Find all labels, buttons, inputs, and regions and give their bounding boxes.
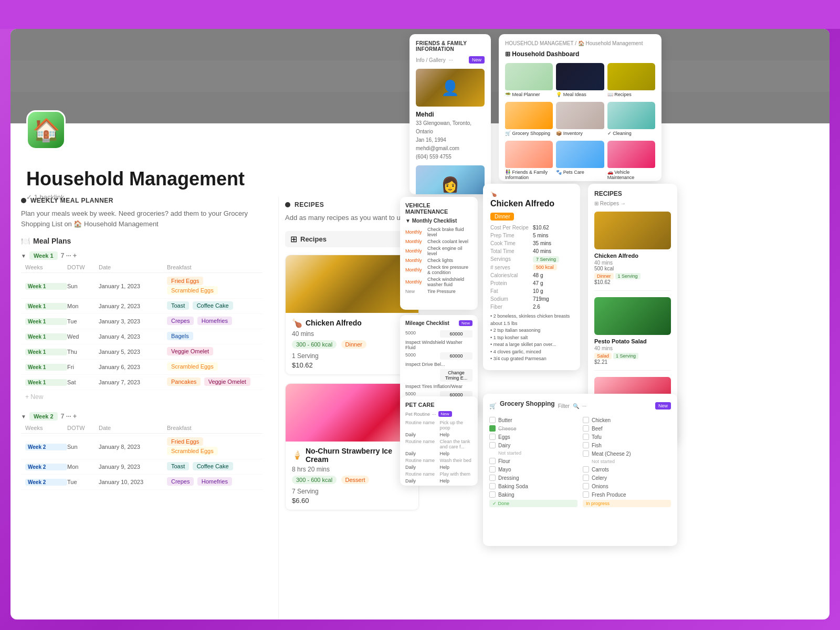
- meals-cell: Bagels: [167, 332, 258, 341]
- grocery-header: 🛒 Grocery Shopping Filter 🔍 ··· New: [489, 400, 671, 412]
- alfredo-detail-title: Chicken Alfredo: [490, 199, 573, 208]
- new-button[interactable]: New: [469, 56, 485, 64]
- hh-cell-friends[interactable]: 👫 Friends & Family Information: [505, 141, 553, 181]
- list-item: Tofu: [583, 434, 671, 440]
- mileage-action: Inspect Tires Inflation/Wear: [405, 384, 472, 389]
- checkbox[interactable]: [489, 417, 496, 423]
- petcare-routine-nav[interactable]: Pet Routine: [405, 412, 430, 417]
- hh-cell-cleaning[interactable]: ✓ Cleaning: [607, 102, 655, 138]
- checkbox[interactable]: [583, 425, 589, 432]
- alfredo-meta-val: 48 g: [533, 272, 543, 278]
- date-cell: January 3, 2023: [99, 318, 167, 324]
- mc-val: 60000: [440, 330, 472, 338]
- meals-cell: Fried Eggs Scrambled Eggs: [167, 277, 258, 296]
- checkbox[interactable]: [489, 425, 496, 432]
- checkbox[interactable]: [489, 475, 496, 481]
- list-item[interactable]: Chicken Alfredo 40 mins 500 kcal Dinner …: [594, 212, 671, 291]
- hh-cell-inventory[interactable]: 📦 Inventory: [556, 102, 604, 138]
- checkbox[interactable]: [489, 442, 496, 448]
- week1-count: 7 ··· +: [61, 252, 77, 259]
- vc-row: Monthly Check windshield washer fluid: [405, 277, 472, 287]
- checkbox[interactable]: [583, 450, 589, 457]
- week1-badge: Week 1: [29, 251, 58, 260]
- checkbox[interactable]: [489, 491, 496, 498]
- week1-label-row: ▼ Week 1 7 ··· +: [21, 251, 262, 260]
- grocery-filter[interactable]: Filter: [558, 403, 570, 409]
- alfredo-kcal-row: # serves 500 kcal: [490, 264, 573, 270]
- vc-task: Check coolant level: [427, 239, 468, 244]
- hh-cell-label: 🛒 Grocery Shopping: [505, 129, 553, 138]
- petcare-nav: Pet Routine ··· New: [405, 411, 472, 417]
- alfredo-meta-val: 2.6: [533, 304, 540, 310]
- vc-period: Monthly: [405, 248, 425, 254]
- vc-row: New Tire Pressure: [405, 289, 472, 294]
- checkbox[interactable]: [489, 483, 496, 489]
- main-area: 🏠 Household Management ✓ 1 backlink WEEK…: [10, 29, 830, 620]
- grocery-new-button[interactable]: New: [655, 402, 671, 410]
- checkbox[interactable]: [583, 491, 589, 498]
- meals-cell: Crepes Homefries: [167, 317, 258, 326]
- week1-triangle: ▼: [21, 253, 26, 259]
- date-cell: January 4, 2023: [99, 333, 167, 340]
- rp-recipe-name: Pesto Potato Salad: [594, 338, 671, 344]
- mileage-action: Inspect Windshield Washer Fluid: [405, 340, 472, 350]
- petcare-grid: Routine name Pick up the poop Daily Help…: [405, 420, 472, 484]
- checkbox[interactable]: [489, 466, 496, 472]
- table-row: Week 1 Tue January 3, 2023 Crepes Homefr…: [21, 314, 262, 329]
- mc-val: 60000: [440, 352, 472, 360]
- vc-period: New: [405, 289, 425, 294]
- alfredo-meta-label: Sodium: [490, 296, 530, 302]
- hh-cell-grocery[interactable]: 🛒 Grocery Shopping: [505, 102, 553, 138]
- checkbox[interactable]: [583, 466, 589, 472]
- list-item: Eggs: [489, 434, 578, 440]
- petcare-title: PET CARE: [405, 402, 472, 408]
- hh-cell-vehicle[interactable]: 🚗 Vehicle Maintenance: [607, 141, 655, 181]
- hh-cell-pets[interactable]: 🐾 Pets Care: [556, 141, 604, 181]
- alfredo-meta-label: Fiber: [490, 304, 530, 310]
- meal-planner-desc: Plan your meals week by week. Need groce…: [21, 208, 262, 229]
- friends-card-title: FRIENDS & FAMILY INFORMATION: [416, 40, 485, 52]
- info-gallery-nav[interactable]: Info / Gallery: [416, 57, 446, 63]
- mileage-action: Inspect Drive Bel...: [405, 362, 472, 367]
- list-item[interactable]: 🍗 Chicken Alfredo 40 mins 300 - 600 kcal…: [285, 255, 419, 375]
- hh-cell-meal-planner[interactable]: 🥗 Meal Planner: [505, 63, 553, 99]
- alfredo-fiber-row: Fiber 2.6: [490, 304, 573, 310]
- household-dashboard-card: HOUSEHOLD MANAGEMET / 🏠 Household Manage…: [499, 34, 662, 181]
- list-item[interactable]: Pesto Potato Salad 40 mins Salad 1 Servi…: [594, 297, 671, 371]
- recipe-servings: 7 Serving: [292, 488, 412, 495]
- checkbox[interactable]: [583, 475, 589, 481]
- checkbox[interactable]: [583, 483, 589, 489]
- pc-header: Wash their bed: [440, 458, 473, 463]
- checkbox[interactable]: [583, 434, 589, 440]
- alfredo-sodium-row: Sodium 719mg: [490, 296, 573, 302]
- alfredo-servings-row: Servings 7 Serving: [490, 256, 573, 262]
- hh-cell-image: [505, 102, 553, 129]
- week1-table-header: Weeks DOTW Date Breakfast: [21, 262, 262, 273]
- grocery-search[interactable]: 🔍: [573, 403, 579, 409]
- alfredo-meta-val: 10 g: [533, 288, 543, 294]
- recipe-kcal-row: 300 - 600 kcal Dinner: [292, 339, 412, 351]
- petcare-new-button[interactable]: New: [438, 411, 452, 417]
- add-new-button[interactable]: + New: [21, 390, 262, 404]
- checkbox[interactable]: [489, 434, 496, 440]
- hh-cell-label: 👫 Friends & Family Information: [505, 168, 553, 181]
- mileage-row: 5000 60000: [405, 330, 472, 338]
- alfredo-meta-val: 40 mins: [533, 248, 551, 254]
- alfredo-meta-label: Protein: [490, 280, 530, 286]
- mileage-new-button[interactable]: New: [459, 320, 472, 326]
- list-item[interactable]: 🍦 No-Churn Strawberry Ice Cream 8 hrs 20…: [285, 383, 419, 510]
- hh-cell-recipes[interactable]: 📖 Recipes: [607, 63, 655, 99]
- mileage-nav: Mileage Checklist New: [405, 320, 472, 326]
- recipe-info-icecream: 🍦 No-Churn Strawberry Ice Cream 8 hrs 20…: [286, 442, 418, 510]
- checkbox[interactable]: [583, 417, 589, 423]
- hh-cell-meal-ideas[interactable]: 💡 Meal Ideas: [556, 63, 604, 99]
- rp-img-pesto: [594, 297, 671, 335]
- pc-item: Help: [440, 451, 473, 456]
- checkbox[interactable]: [583, 442, 589, 448]
- rp-tag: 1 Serving: [615, 273, 640, 279]
- checkbox[interactable]: [489, 458, 496, 464]
- recipes-tab[interactable]: ⊞ Recipes: [285, 231, 419, 247]
- week-cell: Week 1: [25, 303, 67, 310]
- table-row: Week 2 Mon January 9, 2023 Toast Coffee …: [21, 459, 262, 475]
- rp-nav[interactable]: ⊞ Recipes →: [594, 201, 671, 206]
